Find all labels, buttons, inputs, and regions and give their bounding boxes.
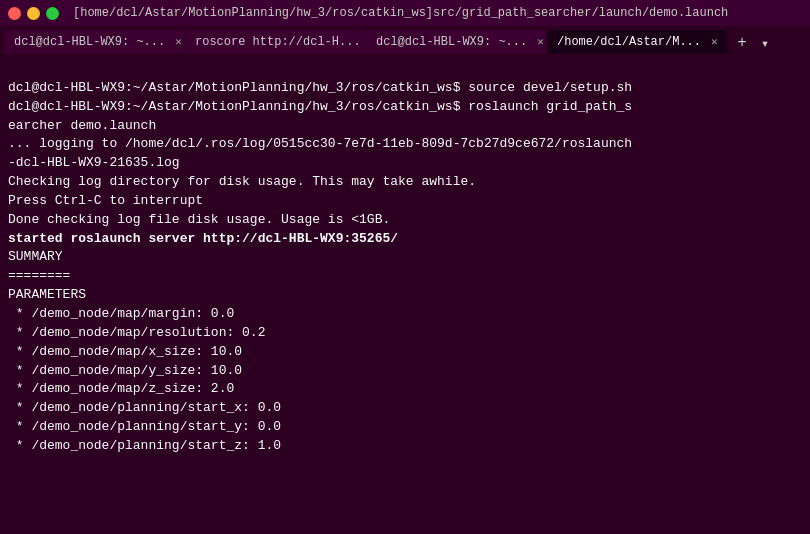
- tab-1-label: dcl@dcl-HBL-WX9: ~...: [14, 35, 165, 49]
- titlebar: [home/dcl/Astar/MotionPlanning/hw_3/ros/…: [0, 0, 810, 26]
- terminal-line: Done checking log file disk usage. Usage…: [8, 211, 802, 230]
- tab-4-close[interactable]: ✕: [711, 37, 718, 48]
- terminal-line: ========: [8, 267, 802, 286]
- terminal-line: -dcl-HBL-WX9-21635.log: [8, 154, 802, 173]
- terminal-line: * /demo_node/map/z_size: 2.0: [8, 380, 802, 399]
- terminal-line: Press Ctrl-C to interrupt: [8, 192, 802, 211]
- terminal-line: SUMMARY: [8, 248, 802, 267]
- terminal-content[interactable]: dcl@dcl-HBL-WX9:~/Astar/MotionPlanning/h…: [0, 54, 810, 534]
- terminal-line: * /demo_node/planning/start_y: 0.0: [8, 418, 802, 437]
- terminal-line: * /demo_node/planning/start_x: 0.0: [8, 399, 802, 418]
- terminal-line: Checking log directory for disk usage. T…: [8, 173, 802, 192]
- tab-2[interactable]: roscore http://dcl-H... ✕: [185, 30, 365, 54]
- tab-2-label: roscore http://dcl-H...: [195, 35, 361, 49]
- tab-4-label: /home/dcl/Astar/M...: [557, 35, 701, 49]
- terminal-line: ... logging to /home/dcl/.ros/log/0515cc…: [8, 135, 802, 154]
- tab-4[interactable]: /home/dcl/Astar/M... ✕: [547, 30, 727, 54]
- maximize-button[interactable]: [46, 7, 59, 20]
- new-tab-button[interactable]: +: [730, 32, 754, 54]
- terminal-line: * /demo_node/map/x_size: 10.0: [8, 343, 802, 362]
- terminal-line: * /demo_node/map/resolution: 0.2: [8, 324, 802, 343]
- terminal-line: * /demo_node/planning/start_z: 1.0: [8, 437, 802, 456]
- tab-1[interactable]: dcl@dcl-HBL-WX9: ~... ✕: [4, 30, 184, 54]
- close-button[interactable]: [8, 7, 21, 20]
- terminal-line: started roslaunch server http://dcl-HBL-…: [8, 230, 802, 249]
- terminal-line: * /demo_node/map/y_size: 10.0: [8, 362, 802, 381]
- terminal-line: earcher demo.launch: [8, 117, 802, 136]
- terminal-line: dcl@dcl-HBL-WX9:~/Astar/MotionPlanning/h…: [8, 79, 802, 98]
- terminal-line: dcl@dcl-HBL-WX9:~/Astar/MotionPlanning/h…: [8, 98, 802, 117]
- terminal-line: PARAMETERS: [8, 286, 802, 305]
- minimize-button[interactable]: [27, 7, 40, 20]
- tab-3-label: dcl@dcl-HBL-WX9: ~...: [376, 35, 527, 49]
- tab-3[interactable]: dcl@dcl-HBL-WX9: ~... ✕: [366, 30, 546, 54]
- tab-scroll-button[interactable]: ▾: [755, 32, 775, 54]
- tab-3-close[interactable]: ✕: [537, 37, 544, 48]
- window-title: [home/dcl/Astar/MotionPlanning/hw_3/ros/…: [73, 6, 728, 20]
- terminal-line: * /demo_node/map/margin: 0.0: [8, 305, 802, 324]
- tab-1-close[interactable]: ✕: [175, 37, 182, 48]
- tabbar: dcl@dcl-HBL-WX9: ~... ✕ roscore http://d…: [0, 26, 810, 54]
